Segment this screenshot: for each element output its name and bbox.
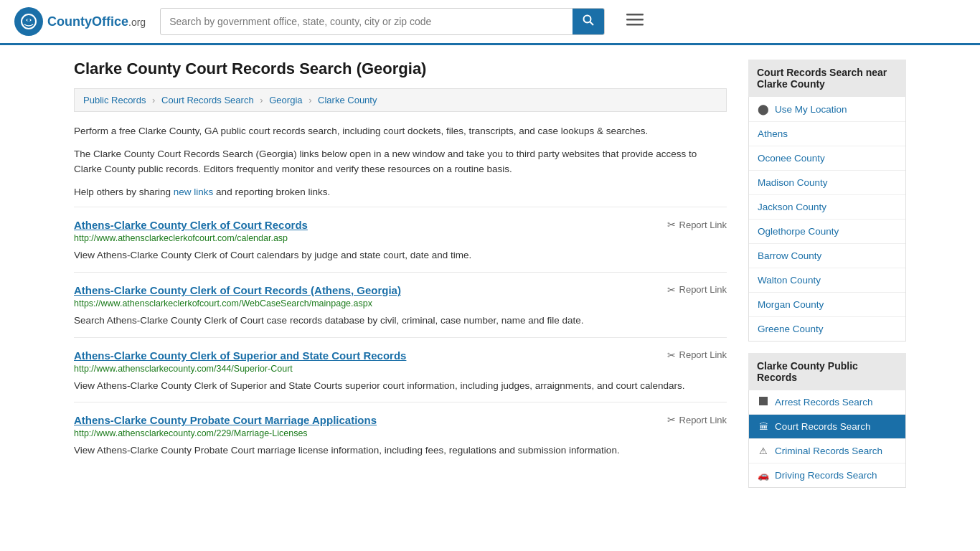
intro-paragraph-3: Help others by sharing new links and rep…: [74, 184, 727, 200]
logo-text: CountyOffice.org: [47, 14, 146, 29]
svg-point-1: [27, 19, 30, 22]
nearby-oglethorpe[interactable]: Oglethorpe County: [749, 220, 905, 243]
list-item[interactable]: Jackson County: [749, 195, 905, 220]
result-item: Athens-Clarke County Clerk of Court Reco…: [74, 272, 727, 337]
nearby-morgan-label: Morgan County: [758, 299, 824, 310]
result-desc-2: Search Athens-Clarke County Clerk of Cou…: [74, 313, 727, 329]
nearby-list: ⬤ Use My Location Athens Oconee County: [748, 97, 906, 342]
public-records-list: Arrest Records Search 🏛 Court Records Se…: [748, 390, 906, 488]
list-item[interactable]: Walton County: [749, 268, 905, 293]
result-title-1[interactable]: Athens-Clarke County Clerk of Court Reco…: [74, 219, 308, 231]
list-item[interactable]: Madison County: [749, 171, 905, 195]
list-item[interactable]: Oconee County: [749, 146, 905, 171]
svg-rect-4: [626, 14, 644, 16]
svg-rect-5: [626, 19, 644, 21]
criminal-records-label: Criminal Records Search: [775, 446, 882, 456]
search-input[interactable]: [161, 10, 573, 33]
result-title-2[interactable]: Athens-Clarke County Clerk of Court Reco…: [74, 284, 401, 296]
nearby-morgan[interactable]: Morgan County: [749, 293, 905, 316]
result-desc-3: View Athens-Clarke County Clerk of Super…: [74, 378, 727, 394]
sidebar: Court Records Search near Clarke County …: [748, 60, 906, 499]
list-item[interactable]: Arrest Records Search: [749, 390, 905, 415]
court-records-link[interactable]: 🏛 Court Records Search: [749, 415, 905, 438]
arrest-records-label: Arrest Records Search: [775, 397, 873, 408]
report-link-2[interactable]: ✂ Report Link: [667, 284, 727, 296]
nearby-section: Court Records Search near Clarke County …: [748, 60, 906, 342]
menu-icon[interactable]: [626, 11, 644, 32]
intro-paragraph-1: Perform a free Clarke County, GA public …: [74, 123, 727, 139]
public-records-title: Clarke County Public Records: [748, 353, 906, 390]
result-url-3[interactable]: http://www.athensclarkecounty.com/344/Su…: [74, 364, 727, 374]
report-link-1[interactable]: ✂ Report Link: [667, 219, 727, 230]
report-link-4[interactable]: ✂ Report Link: [667, 414, 727, 425]
list-item[interactable]: Greene County: [749, 317, 905, 341]
logo[interactable]: CountyOffice.org: [14, 7, 146, 36]
svg-rect-6: [626, 24, 644, 26]
svg-point-2: [584, 16, 591, 23]
criminal-records-link[interactable]: ⚠ Criminal Records Search: [749, 439, 905, 463]
breadcrumb-sep-2: ›: [260, 95, 263, 105]
breadcrumb-court-records[interactable]: Court Records Search: [161, 95, 254, 105]
nearby-barrow[interactable]: Barrow County: [749, 244, 905, 268]
nearby-oconee-label: Oconee County: [758, 153, 825, 164]
use-my-location-item[interactable]: ⬤ Use My Location: [749, 97, 905, 122]
intro-paragraph-2: The Clarke County Court Records Search (…: [74, 146, 727, 177]
nearby-jackson-label: Jackson County: [758, 202, 826, 212]
search-bar[interactable]: [160, 8, 605, 35]
list-item[interactable]: ⚠ Criminal Records Search: [749, 439, 905, 463]
location-dot-icon: ⬤: [758, 103, 769, 115]
nearby-walton[interactable]: Walton County: [749, 268, 905, 292]
report-link-label-4: Report Link: [679, 415, 727, 425]
result-item: Athens-Clarke County Clerk of Court Reco…: [74, 207, 727, 272]
result-item: Athens-Clarke County Probate Court Marri…: [74, 402, 727, 467]
result-url-1[interactable]: http://www.athensclarkeclerkofcourt.com/…: [74, 233, 727, 243]
page-title: Clarke County Court Records Search (Geor…: [74, 60, 727, 78]
list-item[interactable]: Oglethorpe County: [749, 220, 905, 244]
nearby-section-title: Court Records Search near Clarke County: [748, 60, 906, 97]
result-title-3[interactable]: Athens-Clarke County Clerk of Superior a…: [74, 349, 406, 362]
breadcrumb-clarke-county[interactable]: Clarke County: [318, 95, 377, 105]
result-url-2[interactable]: https://www.athensclarkeclerkofcourt.com…: [74, 298, 727, 309]
scissors-icon: ✂: [667, 349, 676, 361]
list-item[interactable]: 🚗 Driving Records Search: [749, 463, 905, 487]
logo-icon: [14, 7, 43, 36]
nearby-walton-label: Walton County: [758, 275, 821, 286]
breadcrumb-georgia[interactable]: Georgia: [269, 95, 302, 105]
arrest-records-link[interactable]: Arrest Records Search: [749, 390, 905, 414]
content-area: Clarke County Court Records Search (Geor…: [74, 60, 727, 499]
public-records-section: Clarke County Public Records Arrest Reco…: [748, 353, 906, 488]
nearby-greene[interactable]: Greene County: [749, 317, 905, 341]
nearby-jackson[interactable]: Jackson County: [749, 195, 905, 219]
nearby-barrow-label: Barrow County: [758, 250, 821, 261]
list-item[interactable]: Athens: [749, 122, 905, 146]
result-url-4[interactable]: http://www.athensclarkecounty.com/229/Ma…: [74, 428, 727, 438]
breadcrumb-sep-3: ›: [308, 95, 311, 105]
nearby-athens[interactable]: Athens: [749, 122, 905, 146]
new-links[interactable]: new links: [174, 187, 214, 197]
header: CountyOffice.org: [0, 0, 980, 45]
use-my-location-link[interactable]: ⬤ Use My Location: [749, 97, 905, 121]
report-link-3[interactable]: ✂ Report Link: [667, 349, 727, 361]
court-icon: 🏛: [758, 421, 769, 432]
result-desc-4: View Athens-Clarke County Probate Court …: [74, 443, 727, 458]
driving-records-label: Driving Records Search: [775, 470, 877, 481]
list-item[interactable]: Barrow County: [749, 244, 905, 268]
driving-records-link[interactable]: 🚗 Driving Records Search: [749, 463, 905, 487]
scissors-icon: ✂: [667, 414, 676, 425]
nearby-oglethorpe-label: Oglethorpe County: [758, 226, 839, 237]
scissors-icon: ✂: [667, 219, 676, 230]
nearby-madison[interactable]: Madison County: [749, 171, 905, 194]
scissors-icon: ✂: [667, 284, 676, 296]
breadcrumb-sep-1: ›: [152, 95, 155, 105]
arrest-icon: [758, 397, 769, 408]
search-button[interactable]: [573, 9, 604, 34]
nearby-athens-label: Athens: [758, 128, 788, 139]
breadcrumb-public-records[interactable]: Public Records: [83, 95, 146, 105]
list-item[interactable]: 🏛 Court Records Search: [749, 415, 905, 439]
main-content: Clarke County Court Records Search (Geor…: [60, 45, 920, 499]
use-my-location-label: Use My Location: [775, 104, 847, 115]
report-link-label-3: Report Link: [679, 349, 727, 360]
result-title-4[interactable]: Athens-Clarke County Probate Court Marri…: [74, 414, 377, 426]
nearby-oconee[interactable]: Oconee County: [749, 146, 905, 170]
list-item[interactable]: Morgan County: [749, 293, 905, 317]
